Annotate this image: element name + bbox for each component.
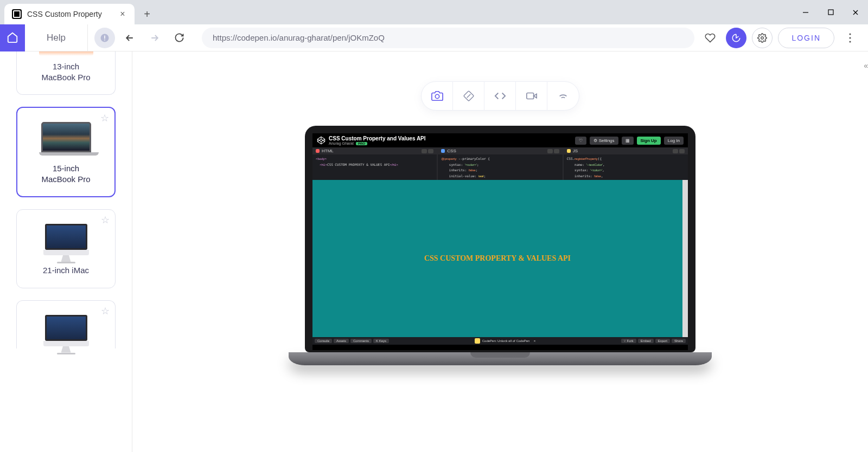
code-button[interactable] [484,82,516,110]
css-code[interactable]: @property --primaryColor { syntax: '<col… [438,154,562,180]
rotate-button[interactable] [453,82,484,110]
svg-rect-1 [828,10,833,15]
pen-author: Anurag GharatPRO [329,141,572,145]
nav-back-button[interactable] [119,28,140,48]
js-code[interactable]: CSS.registerProperty({ name: '--textColo… [564,154,688,180]
like-button[interactable]: ♡ [575,137,586,145]
favorite-icon[interactable] [700,28,720,48]
preview-toolbar [421,81,579,111]
mockup-base [289,352,712,365]
new-tab-button[interactable]: + [139,6,155,22]
main-area: 13-inch MacBook Pro ☆ 15-inch MacBook Pr… [0,51,868,452]
export-button[interactable]: Export [655,339,670,343]
login-button[interactable]: LOGIN [778,28,834,48]
tab-close-icon[interactable]: × [118,10,127,18]
device-thumb [39,315,93,348]
device-card-21in-imac[interactable]: ☆ 21-inch iMac [16,209,116,288]
home-button[interactable] [0,24,25,51]
css-panel[interactable]: CSS @property --primaryColor { syntax: '… [438,147,562,180]
tab-title: CSS Custom Property [27,10,102,18]
video-button[interactable] [516,82,547,110]
device-mockup: CSS Custom Property and Values API Anura… [305,126,695,365]
browser-toolbar: Help LOGIN [0,24,868,51]
codepen-header: CSS Custom Property and Values API Anura… [312,133,688,147]
embed-button[interactable]: Embed [638,339,654,343]
window-close-button[interactable] [843,0,868,24]
star-icon[interactable]: ☆ [101,214,110,226]
collapse-handle-icon[interactable]: « [864,61,868,70]
pen-title: CSS Custom Property and Values API [329,135,572,141]
svg-point-7 [761,36,764,39]
fork-button[interactable]: ⑂ Fork [621,339,636,343]
device-card-15in-macbook[interactable]: ☆ 15-inch MacBook Pro [16,107,116,197]
mockup-screen[interactable]: CSS Custom Property and Values API Anura… [312,133,688,350]
device-label: 15-inch MacBook Pro [23,163,109,184]
device-sidebar[interactable]: 13-inch MacBook Pro ☆ 15-inch MacBook Pr… [0,51,132,452]
device-card-13in-macbook[interactable]: 13-inch MacBook Pro [16,51,116,95]
window-maximize-button[interactable] [818,0,843,24]
window-minimize-button[interactable] [793,0,818,24]
codepen-footer: Console Assets Comments K Keys CodePen: … [312,337,688,345]
screenshot-button[interactable] [422,82,453,110]
output-frame[interactable]: CSS CUSTOM PROPERTY & VALUES API [312,180,688,337]
tab-favicon-icon [12,9,22,19]
svg-point-10 [849,41,851,42]
svg-line-13 [467,94,470,98]
html-code[interactable]: <body> <h1>CSS CUSTOM PROPERTY & VALUES … [312,154,437,169]
device-thumb [39,51,93,56]
codepen-logo-icon [317,136,326,145]
footer-banner[interactable]: CodePen: Unlock all of CodePen × [475,338,536,344]
help-button[interactable]: Help [25,24,88,51]
code-panels: HTML <body> <h1>CSS CUSTOM PROPERTY & VA… [312,147,688,180]
device-label: 13-inch MacBook Pro [22,61,110,82]
svg-rect-6 [104,40,105,41]
svg-rect-5 [104,35,105,38]
js-panel[interactable]: JS CSS.registerProperty({ name: '--textC… [564,147,688,180]
toolbar-right: LOGIN [700,28,868,48]
nav-reload-button[interactable] [169,28,190,48]
nav-group [88,28,196,48]
keys-button[interactable]: K Keys [373,339,389,343]
console-button[interactable]: Console [315,339,332,343]
layout-button[interactable]: ▦ [622,137,634,145]
svg-point-9 [849,37,851,38]
svg-point-8 [849,33,851,35]
nav-forward-button[interactable] [144,28,165,48]
svg-point-11 [435,94,439,98]
device-label: 21-inch iMac [22,265,110,276]
url-bar[interactable] [202,28,694,48]
settings-button[interactable]: ⚙ Settings [590,137,618,145]
html-panel[interactable]: HTML <body> <h1>CSS CUSTOM PROPERTY & VA… [312,147,437,180]
star-icon[interactable]: ☆ [101,305,110,317]
device-thumb [39,224,93,257]
device-thumb [39,122,93,156]
wifi-button[interactable] [547,82,579,110]
more-menu-icon[interactable] [840,28,860,48]
star-icon[interactable]: ☆ [100,112,109,124]
comments-button[interactable]: Comments [350,339,372,343]
signup-button[interactable]: Sign Up [637,137,661,145]
share-button[interactable]: Share [672,339,686,343]
output-heading: CSS CUSTOM PROPERTY & VALUES API [424,254,571,263]
settings-icon[interactable] [752,28,773,48]
svg-rect-14 [526,93,533,99]
browser-tab[interactable]: CSS Custom Property × [4,4,135,24]
window-titlebar: CSS Custom Property × + [0,0,868,24]
performance-icon[interactable] [726,28,746,48]
mockup-bezel: CSS Custom Property and Values API Anura… [305,126,695,352]
login-button[interactable]: Log In [664,137,684,145]
svg-marker-15 [533,94,537,98]
preview-area: « [132,51,868,452]
assets-button[interactable]: Assets [334,339,349,343]
url-input[interactable] [213,33,684,42]
window-controls [793,0,868,24]
shield-icon[interactable] [94,28,115,48]
device-card-next[interactable]: ☆ [16,300,116,348]
